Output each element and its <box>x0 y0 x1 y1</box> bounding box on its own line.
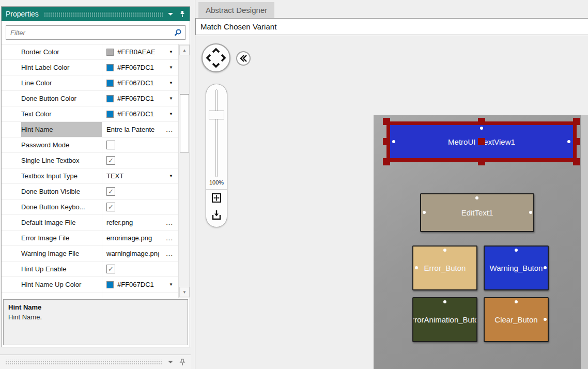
anchor-dot <box>475 196 478 199</box>
properties-header[interactable]: Properties <box>2 7 190 21</box>
filter-input[interactable] <box>6 29 174 37</box>
property-row[interactable]: Border Color #FFB0AEAE ▼ <box>2 44 190 60</box>
drag-grip[interactable] <box>44 12 163 17</box>
checkbox[interactable] <box>106 141 115 149</box>
scroll-up-icon[interactable]: ▲ <box>179 45 190 55</box>
ellipsis-button[interactable]: ... <box>166 250 173 257</box>
property-row[interactable]: Warning Image File warningimage.png ... <box>2 246 190 262</box>
component-error-animation-button[interactable]: ErrorAnimation_Buton <box>412 297 477 342</box>
pan-control[interactable] <box>202 43 230 72</box>
chevron-down-icon[interactable]: ▼ <box>169 96 173 101</box>
component-clear-button[interactable]: Clear_Buton <box>484 297 549 342</box>
chevron-down-icon[interactable]: ▼ <box>169 174 173 178</box>
fit-to-screen-button[interactable] <box>210 191 223 205</box>
property-value: refer.png <box>106 219 133 226</box>
ellipsis-button[interactable]: ... <box>166 234 173 242</box>
scroll-down-icon[interactable]: ▼ <box>179 287 190 297</box>
chevron-down-icon[interactable]: ▼ <box>169 50 173 54</box>
property-label: Single Line Textbox <box>21 153 102 168</box>
property-row[interactable]: Line Color #FF067DC1 ▼ <box>2 75 190 91</box>
collapse-double-chevron-icon <box>238 53 249 64</box>
property-value: Patent <box>106 296 126 298</box>
property-row[interactable]: Done Button Visible ✓ <box>2 184 190 199</box>
property-row-selected[interactable]: Hint Name Entre la Patente ... <box>2 122 190 137</box>
ellipsis-button[interactable]: ... <box>166 126 173 133</box>
property-row[interactable]: Hint Up Enable ✓ <box>2 262 190 277</box>
property-value: #FF067DC1 <box>117 281 154 288</box>
chevron-down-icon[interactable]: ▼ <box>169 112 173 116</box>
anchor-dot <box>567 140 570 143</box>
resize-handle[interactable] <box>383 118 390 125</box>
zoom-level: 100% <box>206 179 227 186</box>
property-row[interactable]: Default Image File refer.png ... <box>2 215 190 230</box>
zoom-slider-thumb[interactable] <box>209 111 224 119</box>
zoom-slider-track[interactable] <box>215 89 218 177</box>
zoom-control: 100% <box>206 84 227 227</box>
chevron-down-icon[interactable]: ▼ <box>169 282 173 287</box>
pin-icon[interactable] <box>179 10 185 18</box>
property-label: Done Button Keybo... <box>21 199 102 214</box>
component-label: Error_Buton <box>424 264 466 272</box>
property-value: #FF067DC1 <box>117 79 154 87</box>
search-icon[interactable] <box>174 28 182 37</box>
checkbox[interactable]: ✓ <box>106 265 115 273</box>
property-row[interactable]: Textbox Input Type TEXT ▼ <box>2 168 190 184</box>
design-canvas[interactable]: MetroUI_TextView1 EditText1 Error_Buton … <box>374 115 581 369</box>
property-label: Hint Label Color <box>21 60 102 75</box>
resize-handle[interactable] <box>383 158 390 165</box>
resize-handle[interactable] <box>478 118 485 125</box>
filter-area <box>2 21 190 44</box>
property-label: Done Button Visible <box>21 184 102 199</box>
pin-icon[interactable] <box>179 359 185 366</box>
chevron-down-icon[interactable]: ▼ <box>169 81 173 85</box>
resize-handle[interactable] <box>573 118 580 125</box>
checkbox[interactable]: ✓ <box>106 187 115 196</box>
property-row[interactable]: Text Color #FF067DC1 ▼ <box>2 106 190 122</box>
property-row[interactable]: Hint Name Up Text Patent ... <box>2 293 190 298</box>
filter-box[interactable] <box>6 25 185 40</box>
chevron-down-icon[interactable] <box>168 361 173 363</box>
scrollbar-thumb[interactable] <box>180 94 189 152</box>
property-label: Hint Name <box>21 122 102 137</box>
import-button[interactable] <box>210 208 223 222</box>
anchor-dot <box>529 211 532 214</box>
property-value: warningimage.png <box>106 250 159 257</box>
property-row[interactable]: Hint Name Up Color #FF067DC1 ▼ <box>2 277 190 293</box>
resize-handle[interactable] <box>573 158 580 165</box>
property-value: #FF067DC1 <box>117 110 154 118</box>
drag-grip[interactable] <box>5 360 162 364</box>
component-label: EditText1 <box>461 208 493 217</box>
grid-scrollbar[interactable]: ▲ ▼ <box>178 44 190 298</box>
component-warning-button[interactable]: Warning_Buton <box>484 245 549 290</box>
property-row[interactable]: Hint Label Color #FF067DC1 ▼ <box>2 60 190 75</box>
property-row[interactable]: Single Line Textbox ✓ <box>2 153 190 168</box>
color-swatch <box>106 95 114 102</box>
move-handle[interactable] <box>478 138 485 145</box>
tab-abstract-designer[interactable]: Abstract Designer <box>198 2 274 18</box>
resize-handle[interactable] <box>573 138 580 145</box>
ellipsis-button[interactable]: ... <box>166 219 173 226</box>
checkbox[interactable]: ✓ <box>106 203 115 211</box>
chevron-down-icon[interactable]: ▼ <box>169 65 173 70</box>
checkbox[interactable]: ✓ <box>106 156 115 165</box>
property-row[interactable]: Done Button Color #FF067DC1 ▼ <box>2 91 190 106</box>
property-label: Line Color <box>21 75 102 90</box>
property-row[interactable]: Password Mode <box>2 137 190 153</box>
resize-handle[interactable] <box>383 138 390 145</box>
component-error-button[interactable]: Error_Buton <box>412 245 477 290</box>
bottom-toolwindow-header[interactable] <box>0 355 191 369</box>
property-row[interactable]: Done Button Keybo... ✓ <box>2 199 190 215</box>
anchor-dot <box>443 249 446 252</box>
ellipsis-button[interactable]: ... <box>166 296 173 298</box>
anchor-dot <box>515 249 518 252</box>
property-grid: Border Color #FFB0AEAE ▼ Hint Label Colo… <box>2 44 190 298</box>
collapse-panel-button[interactable] <box>236 51 251 66</box>
color-swatch <box>106 281 114 288</box>
chevron-down-icon[interactable] <box>168 13 173 16</box>
color-swatch <box>106 111 114 118</box>
property-value: errorimage.png <box>106 234 152 242</box>
color-swatch <box>106 49 114 56</box>
resize-handle[interactable] <box>478 158 485 165</box>
description-title: Hint Name <box>8 303 183 311</box>
property-row[interactable]: Error Image File errorimage.png ... <box>2 230 190 246</box>
